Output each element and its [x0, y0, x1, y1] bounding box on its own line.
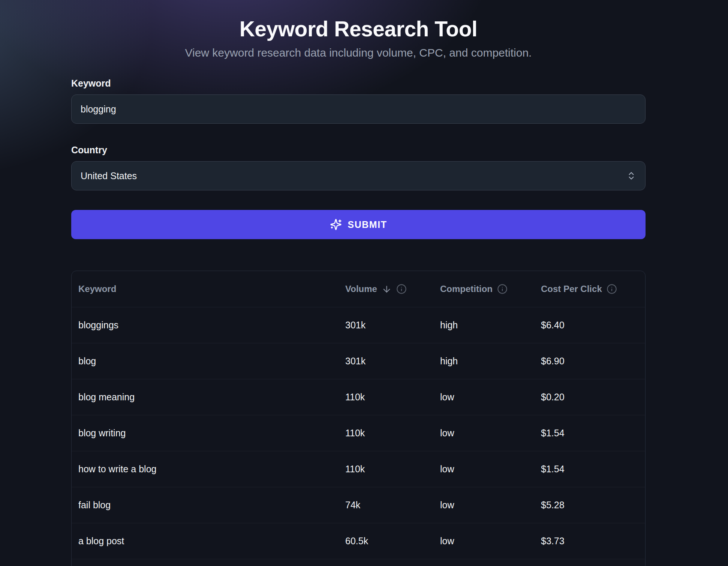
cell-keyword: how to make a blog for money: [72, 559, 345, 566]
table-row: how to write a blog 110k low $1.54: [72, 451, 645, 487]
table-row: a blog post 60.5k low $3.73: [72, 523, 645, 559]
table-row: fail blog 74k low $5.28: [72, 487, 645, 523]
keyword-input[interactable]: [71, 94, 646, 124]
country-select[interactable]: United States: [71, 161, 646, 190]
column-header-competition-label: Competition: [440, 284, 493, 294]
table-row: blog 301k high $6.90: [72, 343, 645, 379]
column-header-competition[interactable]: Competition: [440, 271, 541, 307]
column-header-volume[interactable]: Volume: [345, 271, 440, 307]
cell-cpc: $1.54: [541, 451, 646, 487]
results-table: Keyword Volume Competition: [71, 271, 646, 566]
info-icon[interactable]: [396, 284, 407, 294]
cell-keyword: blog meaning: [72, 379, 345, 415]
cell-keyword: bloggings: [72, 307, 345, 343]
sparkles-icon: [330, 219, 342, 231]
arrow-down-icon[interactable]: [382, 284, 392, 294]
table-row: blog meaning 110k low $0.20: [72, 379, 645, 415]
keyword-label: Keyword: [71, 78, 646, 89]
page-subtitle: View keyword research data including vol…: [71, 46, 646, 59]
cell-volume: 110k: [345, 451, 440, 487]
cell-volume: 301k: [345, 307, 440, 343]
cell-competition: low: [440, 451, 541, 487]
cell-competition: high: [440, 343, 541, 379]
cell-volume: 60.5k: [345, 523, 440, 559]
cell-keyword: blog: [72, 343, 345, 379]
cell-competition: low: [440, 415, 541, 451]
cell-competition: high: [440, 307, 541, 343]
cell-volume: 74k: [345, 487, 440, 523]
cell-competition: low: [440, 559, 541, 566]
table-row: bloggings 301k high $6.40: [72, 307, 645, 343]
table-row: blog writing 110k low $1.54: [72, 415, 645, 451]
submit-button[interactable]: SUBMIT: [71, 210, 646, 239]
cell-keyword: fail blog: [72, 487, 345, 523]
column-header-keyword[interactable]: Keyword: [72, 271, 345, 307]
cell-cpc: $3.28: [541, 559, 646, 566]
cell-cpc: $5.28: [541, 487, 646, 523]
country-label: Country: [71, 145, 646, 156]
submit-button-label: SUBMIT: [348, 219, 387, 230]
cell-volume: 49.5k: [345, 559, 440, 566]
cell-keyword: how to write a blog: [72, 451, 345, 487]
cell-competition: low: [440, 487, 541, 523]
cell-keyword: blog writing: [72, 415, 345, 451]
column-header-cpc[interactable]: Cost Per Click: [541, 271, 646, 307]
cell-keyword: a blog post: [72, 523, 345, 559]
table-row: how to make a blog for money 49.5k low $…: [72, 559, 645, 566]
info-icon[interactable]: [497, 284, 508, 294]
cell-cpc: $6.90: [541, 343, 646, 379]
cell-volume: 301k: [345, 343, 440, 379]
chevrons-up-down-icon: [626, 171, 636, 181]
cell-volume: 110k: [345, 379, 440, 415]
cell-cpc: $6.40: [541, 307, 646, 343]
cell-volume: 110k: [345, 415, 440, 451]
table-header-row: Keyword Volume Competition: [72, 271, 645, 307]
cell-cpc: $3.73: [541, 523, 646, 559]
cell-competition: low: [440, 379, 541, 415]
country-select-value: United States: [81, 171, 137, 181]
column-header-volume-label: Volume: [345, 284, 377, 294]
column-header-cpc-label: Cost Per Click: [541, 284, 602, 294]
page-title: Keyword Research Tool: [71, 0, 646, 41]
cell-cpc: $1.54: [541, 415, 646, 451]
info-icon[interactable]: [607, 284, 617, 294]
column-header-keyword-label: Keyword: [78, 284, 116, 294]
cell-cpc: $0.20: [541, 379, 646, 415]
cell-competition: low: [440, 523, 541, 559]
main-container: Keyword Research Tool View keyword resea…: [71, 0, 646, 566]
